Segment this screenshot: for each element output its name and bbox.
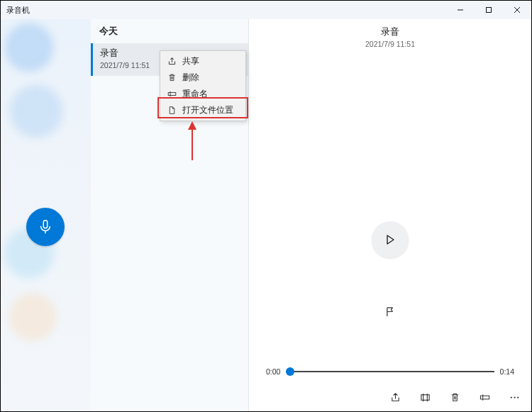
- share-icon: [167, 57, 177, 66]
- player-datetime: 2021/7/9 11:51: [249, 40, 531, 48]
- trim-icon: [420, 392, 431, 403]
- time-current: 0:00: [266, 367, 280, 376]
- more-button[interactable]: [507, 390, 521, 404]
- seek-track[interactable]: [286, 371, 494, 372]
- seek-thumb[interactable]: [286, 367, 294, 376]
- rename-button[interactable]: [477, 390, 492, 404]
- flag-icon: [385, 306, 396, 317]
- time-total: 0:14: [500, 367, 514, 376]
- record-panel: [1, 19, 91, 411]
- rename-icon: [480, 392, 490, 403]
- context-menu: 共享 删除 重命名 打开文件位置: [160, 50, 246, 121]
- svg-rect-1: [487, 8, 492, 13]
- share-icon: [390, 392, 401, 403]
- marker-button[interactable]: [379, 301, 401, 322]
- player-panel: 录音 2021/7/9 11:51 0:00 0:14: [249, 19, 531, 411]
- trim-button[interactable]: [418, 390, 432, 404]
- file-icon: [167, 106, 177, 115]
- title-bar: 录音机: [1, 1, 531, 19]
- context-delete-label: 删除: [182, 72, 199, 83]
- trash-icon: [167, 73, 177, 82]
- svg-rect-15: [168, 92, 176, 95]
- trash-icon: [450, 392, 460, 403]
- list-header-today: 今天: [91, 19, 248, 43]
- minimize-button[interactable]: [446, 1, 475, 19]
- svg-marker-6: [387, 235, 394, 244]
- maximize-button[interactable]: [475, 1, 503, 19]
- window-controls: [446, 1, 531, 19]
- player-title: 录音: [249, 26, 531, 38]
- context-rename-label: 重命名: [182, 89, 208, 99]
- svg-point-12: [510, 396, 511, 398]
- svg-rect-4: [43, 221, 48, 228]
- microphone-icon: [38, 219, 53, 235]
- svg-rect-10: [480, 396, 489, 399]
- more-icon: [509, 392, 520, 403]
- record-button[interactable]: [26, 208, 65, 246]
- svg-point-14: [517, 396, 519, 398]
- app-title: 录音机: [1, 5, 30, 16]
- context-open-location-label: 打开文件位置: [182, 105, 233, 116]
- player-body: 0:00 0:14: [249, 48, 531, 411]
- svg-point-13: [514, 396, 515, 398]
- context-share-label: 共享: [182, 56, 199, 67]
- rename-icon: [167, 89, 177, 99]
- player-actions: [388, 390, 521, 404]
- player-header: 录音 2021/7/9 11:51: [249, 19, 531, 48]
- play-icon: [384, 234, 396, 245]
- main-area: 今天 录音 2021/7/9 11:51 4 录音 2021/7/9 11:51: [1, 19, 531, 411]
- close-button[interactable]: [503, 1, 531, 19]
- svg-rect-7: [421, 394, 428, 400]
- context-share[interactable]: 共享: [160, 53, 245, 69]
- seek-bar: 0:00 0:14: [266, 367, 514, 376]
- context-open-location[interactable]: 打开文件位置: [160, 102, 245, 118]
- context-delete[interactable]: 删除: [160, 69, 245, 86]
- play-button[interactable]: [372, 221, 409, 258]
- share-button[interactable]: [388, 390, 402, 404]
- context-rename[interactable]: 重命名: [160, 86, 245, 102]
- delete-button[interactable]: [448, 390, 462, 404]
